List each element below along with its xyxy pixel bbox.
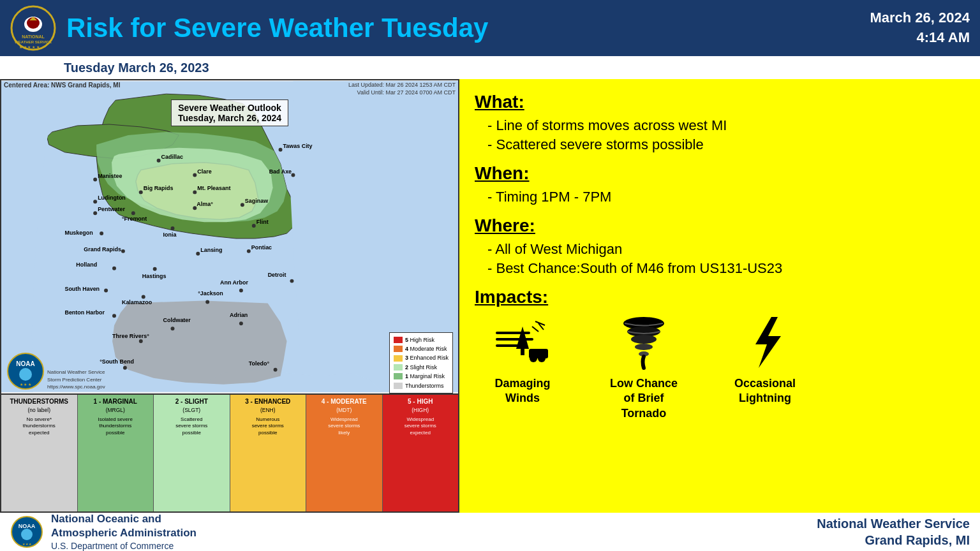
where-title: Where:: [475, 216, 965, 236]
svg-point-57: [247, 249, 251, 253]
svg-marker-101: [755, 317, 781, 368]
svg-point-45: [171, 226, 175, 230]
svg-point-61: [142, 295, 145, 298]
svg-point-69: [205, 300, 209, 304]
what-item-2: Scattered severe storms possible: [475, 136, 965, 153]
svg-text:WEATHER SERVICE: WEATHER SERVICE: [15, 40, 52, 44]
sub-header: Tuesday March 26, 2023: [0, 56, 980, 79]
svg-point-79: [274, 368, 278, 372]
svg-text:Pentwater: Pentwater: [98, 206, 125, 212]
svg-point-37: [131, 211, 135, 215]
footer-right: National Weather Service Grand Rapids, M…: [817, 515, 970, 548]
legend-item-moderate: 4 Moderate Risk: [394, 344, 449, 353]
svg-point-75: [139, 339, 143, 343]
lightning-label: OccasionalLightning: [734, 376, 796, 406]
svg-point-53: [112, 267, 116, 270]
svg-text:Benton Harbor: Benton Harbor: [64, 309, 105, 316]
nws-logo: NATIONAL WEATHER SERVICE ★ ★ ★ ★ ★: [10, 5, 56, 51]
svg-point-67: [112, 314, 116, 318]
svg-marker-18: [112, 300, 286, 384]
footer-org-name: National Oceanic and Atmospheric Adminis…: [51, 512, 197, 540]
svg-text:Ann Arbor: Ann Arbor: [220, 279, 248, 286]
svg-text:°Jackson: °Jackson: [198, 290, 223, 297]
svg-text:Three Rivers°: Three Rivers°: [112, 333, 149, 339]
svg-text:★ ★ ★: ★ ★ ★: [20, 383, 31, 386]
svg-text:Grand Rapids: Grand Rapids: [84, 246, 121, 253]
tornado-icon: [615, 314, 672, 371]
svg-text:NOAA: NOAA: [16, 360, 34, 367]
lightning-icon: [736, 314, 794, 371]
impact-tornado: Low Chanceof BriefTornado: [596, 314, 692, 421]
svg-point-29: [93, 211, 97, 215]
header-date: March 26, 2024: [870, 8, 970, 28]
svg-marker-91: [516, 327, 529, 349]
svg-text:Pontiac: Pontiac: [251, 244, 272, 251]
svg-point-21: [157, 159, 161, 163]
impacts-title: Impacts:: [475, 287, 965, 307]
header-datetime: March 26, 2024 4:14 AM: [870, 8, 970, 48]
risk-col-marginal: 1 - MARGINAL (MRGL) Isolated severethund…: [78, 395, 154, 511]
svg-point-25: [93, 200, 97, 203]
svg-point-73: [239, 321, 243, 325]
svg-point-55: [153, 267, 157, 271]
map-attribution: National Weather Service Storm Predictio…: [47, 369, 105, 390]
svg-text:Kalamazoo: Kalamazoo: [122, 299, 152, 305]
info-panel: What: Line of storms moves across west M…: [459, 79, 980, 513]
footer-org-sub: U.S. Department of Commerce: [51, 540, 197, 551]
where-item-1: All of West Michigan: [475, 241, 965, 258]
map-section: Centered Area: NWS Grand Rapids, MI Last…: [0, 79, 459, 513]
svg-point-71: [171, 327, 175, 330]
svg-text:°South Bend: °South Bend: [100, 358, 134, 365]
svg-point-59: [104, 289, 108, 293]
svg-text:Ionia: Ionia: [163, 231, 177, 238]
svg-text:NOAA: NOAA: [19, 523, 36, 529]
svg-text:Mt. Pleasant: Mt. Pleasant: [197, 185, 230, 191]
map-centered-area: Centered Area: NWS Grand Rapids, MI: [4, 82, 120, 89]
svg-point-90: [538, 355, 546, 362]
svg-text:Big Rapids: Big Rapids: [144, 185, 174, 191]
svg-point-43: [100, 231, 103, 235]
svg-point-31: [139, 190, 143, 194]
svg-text:Holland: Holland: [76, 261, 97, 268]
svg-text:Ludington: Ludington: [98, 195, 126, 201]
svg-text:Muskegon: Muskegon: [64, 230, 93, 236]
where-item-2: Best Chance:South of M46 from US131-US23: [475, 260, 965, 277]
risk-col-slight: 2 - SLIGHT (SLGT) Scatteredsevere storms…: [154, 395, 230, 511]
svg-point-51: [196, 252, 200, 256]
svg-text:Cadillac: Cadillac: [161, 154, 183, 160]
footer-nws-name: National Weather Service Grand Rapids, M…: [817, 515, 970, 548]
where-list: All of West Michigan Best Chance:South o…: [475, 241, 965, 277]
tornado-label: Low Chanceof BriefTornado: [610, 376, 678, 421]
svg-text:Lansing: Lansing: [200, 247, 222, 253]
noaa-footer-logo: NOAA ★ ★ ★: [10, 515, 43, 548]
svg-point-89: [530, 355, 537, 362]
risk-col-thunderstorms: THUNDERSTORMS (no label) No severe*thund…: [1, 395, 78, 511]
wind-icon: [494, 314, 551, 371]
sub-header-date: Tuesday March 26, 2023: [64, 61, 209, 75]
svg-text:Alma°: Alma°: [197, 201, 213, 207]
impact-lightning: OccasionalLightning: [717, 314, 813, 406]
svg-text:Bad Axe: Bad Axe: [269, 168, 292, 175]
map-outlook-title: Severe Weather Outlook Tuesday, March 26…: [171, 99, 288, 126]
svg-text:★ ★ ★ ★ ★: ★ ★ ★ ★ ★: [19, 45, 40, 49]
risk-col-enhanced: 3 - ENHANCED (ENH) Numeroussevere storms…: [230, 395, 307, 511]
risk-bar: THUNDERSTORMS (no label) No severe*thund…: [1, 393, 458, 511]
svg-text:NATIONAL: NATIONAL: [22, 34, 45, 39]
when-title: When:: [475, 163, 965, 184]
footer: NOAA ★ ★ ★ National Oceanic and Atmosphe…: [0, 513, 980, 551]
svg-point-98: [631, 335, 657, 344]
svg-text:Coldwater: Coldwater: [163, 317, 191, 323]
when-item-1: Timing 1PM - 7PM: [475, 189, 965, 205]
svg-point-27: [193, 173, 197, 177]
svg-point-41: [241, 203, 244, 207]
header-time: 4:14 AM: [870, 28, 970, 48]
legend-item-thunderstorms: Thunderstorms: [394, 381, 449, 390]
header: NATIONAL WEATHER SERVICE ★ ★ ★ ★ ★ Risk …: [0, 0, 980, 56]
wind-label: DamagingWinds: [494, 376, 550, 406]
svg-point-99: [635, 344, 653, 350]
svg-point-23: [279, 148, 283, 152]
noaa-map-logo: NOAA ★ ★ ★: [6, 352, 45, 390]
svg-text:★ ★ ★: ★ ★ ★: [22, 542, 33, 546]
svg-text:Adrian: Adrian: [230, 312, 248, 318]
legend-item-marginal: 1 Marginal Risk: [394, 372, 449, 381]
